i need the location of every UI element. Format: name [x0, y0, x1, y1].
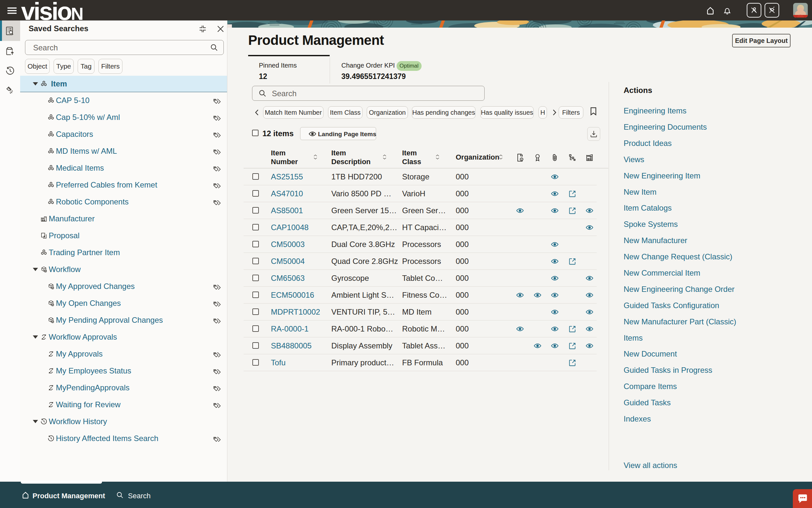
svg-text:visioN: visioN — [21, 0, 83, 20]
